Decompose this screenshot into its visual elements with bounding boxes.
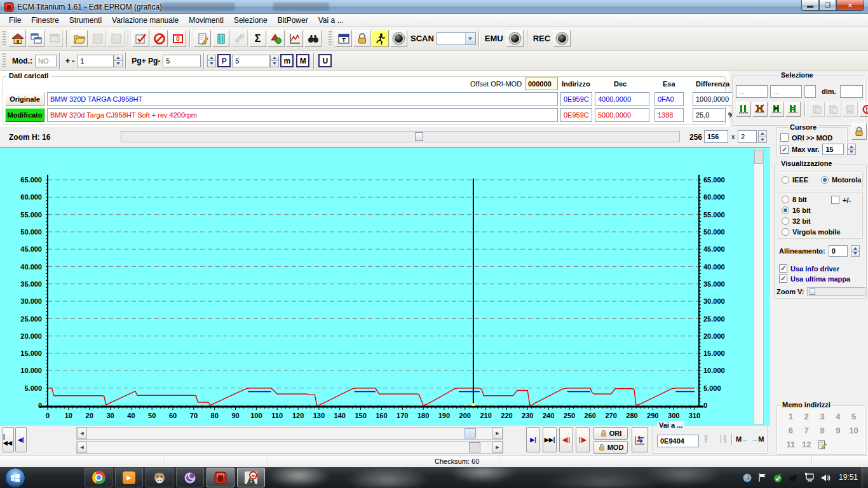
usa-info-driver-checkbox[interactable] (779, 264, 787, 273)
mod-lock-button[interactable]: MOD (593, 441, 628, 454)
menu-item-selezione[interactable]: Selezione (229, 15, 273, 26)
offset-ori-mod-value[interactable]: 000000 (525, 78, 558, 90)
mult-value-field[interactable]: 2 (738, 130, 757, 143)
rec-led-button[interactable] (553, 30, 571, 47)
compare-maps-button[interactable] (632, 427, 648, 452)
start-button[interactable] (5, 468, 25, 488)
step-spinner[interactable] (114, 55, 123, 67)
originale-name-field[interactable]: BMW 320D TARGA CJ958HT (47, 92, 558, 106)
mod-value-field[interactable]: NO (35, 55, 57, 67)
ori-lock-button[interactable]: ORI (593, 427, 628, 440)
bit8-radio[interactable] (782, 196, 789, 203)
modificato-button[interactable]: Modificato (5, 108, 44, 122)
search-button[interactable] (304, 30, 322, 47)
lock-button[interactable] (353, 30, 370, 47)
mult-spinner[interactable] (758, 130, 767, 143)
speaker-icon[interactable] (821, 473, 831, 482)
minimize-button[interactable]: ▬ (801, 0, 819, 11)
percent-mode-button[interactable]: P (217, 54, 231, 67)
motorola-radio[interactable] (821, 176, 829, 184)
satellite-icon[interactable] (789, 473, 799, 483)
originale-esa-field[interactable]: 0FA0 (654, 92, 684, 106)
select-h-plus-button[interactable] (769, 102, 784, 117)
zoom-h-slider[interactable] (121, 131, 680, 142)
max-var-spinner[interactable] (847, 144, 856, 155)
last-map-button[interactable]: ▶▶| (543, 427, 557, 452)
zero-values-button[interactable]: 0 (169, 30, 186, 47)
taskbar-tribler-button[interactable] (176, 468, 204, 487)
open-file-button[interactable] (71, 30, 88, 47)
home-button[interactable] (9, 30, 26, 47)
pg-spinner[interactable] (207, 55, 216, 67)
virgola-radio[interactable] (782, 228, 789, 236)
memo-slot-12[interactable]: 12 (799, 440, 815, 452)
modificato-differenza-field[interactable]: 25,0 (693, 108, 726, 122)
menu-item-strumenti[interactable]: Strumenti (64, 15, 107, 26)
enable-checks-button[interactable] (132, 30, 149, 47)
title-bar[interactable]: ECM Titanium 1.61 - Edit EPROM (grafica)… (0, 0, 868, 14)
modificato-indirizzo-field[interactable]: 0E959C (560, 108, 592, 122)
memo-slot-8[interactable]: 8 (815, 426, 831, 435)
memo-forward-button[interactable]: →M (751, 435, 764, 443)
vai-a-field[interactable]: 0E9404 (657, 435, 699, 447)
scan-led-button[interactable] (390, 30, 407, 47)
scan-select[interactable] (437, 32, 476, 45)
chart-vertical-scrollbar[interactable] (754, 149, 764, 424)
prev-diff-button[interactable]: ◀|| (559, 427, 573, 452)
refresh-button[interactable] (859, 102, 868, 117)
signed-checkbox[interactable] (831, 196, 839, 204)
chart-vscroll-thumb[interactable] (754, 150, 763, 164)
show-desktop-button[interactable] (862, 467, 868, 488)
ori-scroll-thumb[interactable] (465, 428, 476, 438)
taskbar-emule-button[interactable] (146, 468, 173, 487)
ieee-radio[interactable] (782, 176, 789, 184)
scroll-right-icon[interactable]: ▶ (492, 428, 503, 439)
max-button[interactable]: M (296, 54, 309, 67)
memo-slot-1[interactable]: 1 (783, 412, 799, 421)
memo-slot-10[interactable]: 10 (846, 426, 862, 435)
mod-scrollbar[interactable]: ◀ ▶ (76, 441, 503, 454)
menu-item-finestre[interactable]: Finestre (26, 15, 64, 26)
taskbar-ecm-button[interactable] (207, 468, 234, 487)
cursor-lock-button[interactable] (851, 123, 867, 140)
memo-slot-2[interactable]: 2 (799, 412, 815, 421)
bit32-radio[interactable] (782, 217, 789, 225)
network-icon[interactable] (804, 473, 815, 482)
disable-checks-button[interactable] (151, 30, 168, 47)
bit16-radio[interactable] (782, 207, 789, 214)
modificato-dec-field[interactable]: 5000,0000 (595, 108, 649, 122)
ori-mod-checkbox[interactable] (780, 133, 789, 142)
select-columns-button[interactable] (736, 102, 751, 117)
menu-item-bitpower[interactable]: BitPower (273, 15, 313, 26)
originale-dec-field[interactable]: 4000,0000 (595, 92, 649, 106)
taskbar-mediaplayer-button[interactable]: ▶ (115, 468, 143, 487)
p-spinner[interactable] (270, 55, 279, 67)
allineamento-field[interactable]: 0 (829, 245, 848, 257)
pg-value-field[interactable]: 5 (163, 55, 201, 67)
modificato-name-field[interactable]: BMW 320d Targa CJ958HT Soft + rev 4200rp… (47, 108, 558, 122)
taskbar-clock[interactable]: 19:51 (839, 473, 858, 482)
max-var-field[interactable]: 15 (822, 144, 844, 155)
selezione-start-field[interactable]: ... (736, 85, 768, 98)
menu-item-variazione-manuale[interactable]: Variazione manuale (107, 15, 184, 26)
memo-slot-7[interactable]: 7 (799, 426, 815, 435)
memo-slot-9[interactable]: 9 (830, 426, 846, 435)
scroll-right-icon[interactable]: ▶ (492, 442, 503, 453)
action-center-icon[interactable] (742, 473, 752, 483)
menu-item-file[interactable]: File (4, 15, 26, 26)
selezione-extra-field[interactable] (804, 85, 816, 98)
taskbar-chrome-button[interactable] (85, 468, 112, 487)
modificato-esa-field[interactable]: 1388 (654, 108, 684, 122)
chart-svg[interactable]: 005.0005.00010.00010.00015.00015.00020.0… (0, 148, 753, 426)
dim-value-field[interactable] (840, 85, 863, 98)
undo-button[interactable]: U (318, 54, 332, 67)
chevron-down-icon[interactable] (465, 33, 475, 44)
originale-button[interactable]: Originale (5, 92, 44, 106)
emu-led-button[interactable] (506, 30, 524, 47)
cascade-windows-button[interactable] (27, 30, 44, 47)
ori-scrollbar[interactable]: ◀ ▶ (76, 427, 503, 440)
close-button[interactable]: ✕ (836, 0, 864, 11)
antivirus-check-icon[interactable] (773, 473, 783, 483)
mod-scroll-thumb[interactable] (469, 442, 480, 452)
taskbar-speedcam-button[interactable]: 30 (237, 468, 265, 487)
